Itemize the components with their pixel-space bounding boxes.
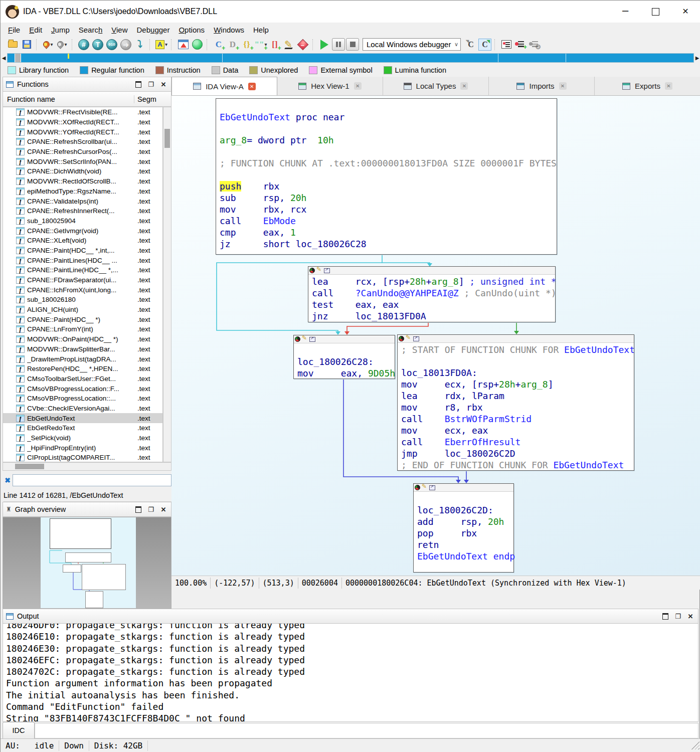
demangle-window-button[interactable] <box>177 39 190 51</box>
make-string-button[interactable]: "" <box>254 39 267 51</box>
menu-windows[interactable]: Windows <box>209 24 249 36</box>
table-row[interactable]: fCVbe::CheckIEVersionAgai....text <box>3 404 162 414</box>
table-row[interactable]: fCPANE::LnFromY(int).text <box>3 324 162 334</box>
functions-vertical-scrollbar[interactable] <box>163 107 171 462</box>
table-row[interactable]: fCMsoVBProgressLocation::....text <box>3 394 162 404</box>
table-row[interactable]: f_HpiFindPropEntry(int).text <box>3 443 162 453</box>
panel-restore-button[interactable] <box>661 612 670 620</box>
functions-horizontal-scrollbar[interactable] <box>3 462 171 471</box>
make-struct-button[interactable]: {} <box>240 39 253 51</box>
node-frame-icon[interactable] <box>413 336 419 341</box>
tab-close-icon[interactable] <box>665 82 672 90</box>
maximize-button[interactable] <box>640 1 670 23</box>
graph-view-canvas[interactable]: EbGetUndoText proc near arg_8= dword ptr… <box>171 96 700 576</box>
table-row[interactable]: fCPANE::FDrawSeparator(ui....text <box>3 275 162 285</box>
node-chunk[interactable]: ; START OF FUNCTION CHUNK FOR EbGetUndoT… <box>397 334 634 471</box>
table-row[interactable]: fsub_180025904.text <box>3 216 162 226</box>
menu-search[interactable]: Search <box>74 24 107 36</box>
scrollbar-thumb[interactable] <box>164 129 170 148</box>
table-row[interactable]: fMODVWR::XOfRectId(RECT....text <box>3 117 162 127</box>
node-color-ball-icon[interactable] <box>309 268 315 273</box>
panel-float-button[interactable] <box>146 80 155 88</box>
table-row[interactable]: fEbGetRedoText.text <box>3 423 162 433</box>
minimize-button[interactable] <box>610 1 640 23</box>
table-row[interactable]: fepiMethodType::RgszName....text <box>3 186 162 197</box>
menu-help[interactable]: Help <box>249 24 273 36</box>
breakpoint-list-button[interactable] <box>500 39 513 51</box>
table-row[interactable]: fCIPropList(tagCOMPAREIT....text <box>3 453 162 462</box>
table-row[interactable]: fMODVWR::RectIdOfScrollB....text <box>3 176 162 186</box>
text-view-button[interactable]: T <box>91 39 104 51</box>
tab-close-icon[interactable] <box>354 82 362 90</box>
tab-close-icon[interactable] <box>248 83 256 90</box>
node-entry[interactable]: EbGetUndoText proc near arg_8= dword ptr… <box>216 98 557 255</box>
node-frame-icon[interactable] <box>309 337 315 342</box>
table-row[interactable]: fCPANE::IchFromX(uint,long....text <box>3 285 162 295</box>
ascii-string-button[interactable]: A <box>155 39 168 51</box>
menu-options[interactable]: Options <box>174 24 209 36</box>
table-row[interactable]: fCPANE::ValidateIps(int).text <box>3 196 162 206</box>
idc-language-tab[interactable]: IDC <box>3 722 35 738</box>
navband-right-arrow[interactable]: ▶ <box>694 55 700 61</box>
navigate-forward-button[interactable] <box>56 39 69 51</box>
panel-close-button[interactable] <box>686 612 695 620</box>
table-row[interactable]: fCPANE::RefreshCursorPos(....text <box>3 147 162 157</box>
node-frame-icon[interactable] <box>324 268 330 273</box>
goto-button-disabled[interactable]: ➜ <box>119 39 132 51</box>
number-view-button[interactable]: # <box>77 39 90 51</box>
debugger-start-button[interactable] <box>318 39 331 51</box>
table-row[interactable]: fMODVWR::YOfRectId(RECT....text <box>3 127 162 137</box>
table-row[interactable]: fCPANE::PaintLine(HDC__ *,....text <box>3 265 162 275</box>
navigate-back-button[interactable] <box>42 39 55 51</box>
node-edit-icon[interactable] <box>302 336 308 342</box>
edit-breakpoint-button[interactable]: ⚙ <box>528 39 541 51</box>
table-row[interactable]: fCPANE::XLeft(void).text <box>3 236 162 246</box>
undefine-button[interactable] <box>296 39 309 51</box>
table-row[interactable]: fMODVWR::FRectVisible(RE....text <box>3 107 162 117</box>
functions-list[interactable]: fMODVWR::FRectVisible(RE....textfMODVWR:… <box>3 107 163 462</box>
output-log[interactable]: 180246DF0: propagate_stkargs: function i… <box>3 624 698 722</box>
navband-left-arrow[interactable]: ◀ <box>1 55 7 61</box>
tab-close-icon[interactable] <box>559 82 567 90</box>
table-row[interactable]: fCPANE::RefreshInnerRect(....text <box>3 206 162 216</box>
tab-imports[interactable]: Imports <box>489 77 595 95</box>
panel-close-button[interactable] <box>159 505 168 513</box>
panel-restore-button[interactable] <box>134 505 143 513</box>
functions-column-headers[interactable]: Function name Segm <box>3 92 171 107</box>
run-until-return-button[interactable]: C <box>478 39 491 51</box>
open-file-button[interactable] <box>6 39 19 51</box>
table-row[interactable]: fCMsoVBProgressLocation::F....text <box>3 384 162 394</box>
tab-hex-view-1[interactable]: Hex View-1 <box>277 77 383 95</box>
close-button[interactable] <box>670 1 700 23</box>
node-color-ball-icon[interactable] <box>415 485 420 490</box>
binary-view-button[interactable]: 010 <box>105 39 118 51</box>
idc-command-input[interactable] <box>35 723 698 738</box>
node-edit-icon[interactable] <box>316 268 322 274</box>
step-until-call-button[interactable]: C <box>464 39 477 51</box>
table-row[interactable]: fsub_180026180.text <box>3 295 162 305</box>
make-data-button[interactable]: D <box>226 39 239 51</box>
node-exit[interactable]: loc_180026C2D:add rsp, 20hpop rbxretnEbG… <box>413 483 514 573</box>
table-row[interactable]: fCPANE::DichWidth(void).text <box>3 166 162 176</box>
tab-local-types[interactable]: Local Types <box>383 77 489 95</box>
functions-filter-input[interactable] <box>13 474 171 486</box>
make-code-button[interactable]: C <box>212 39 225 51</box>
menu-file[interactable]: File <box>4 24 25 36</box>
node-color-ball-icon[interactable] <box>399 336 404 341</box>
save-button[interactable] <box>20 39 33 51</box>
column-function-name[interactable]: Function name <box>3 95 134 103</box>
node-frame-icon[interactable] <box>429 485 435 490</box>
table-row[interactable]: fCMsoToolbarSetUser::FGet....text <box>3 374 162 384</box>
add-breakpoint-button[interactable]: + <box>514 39 527 51</box>
node-color-ball-icon[interactable] <box>295 336 300 342</box>
node-canundo[interactable]: lea rcx, [rsp+28h+arg_8] ; unsigned int … <box>308 266 556 322</box>
graph-overview-thumbnail[interactable] <box>3 517 171 609</box>
panel-float-button[interactable] <box>673 612 682 620</box>
menu-edit[interactable]: Edit <box>25 24 47 36</box>
table-row[interactable]: fALIGN_ICH(uint).text <box>3 305 162 315</box>
menu-debugger[interactable]: Debugger <box>132 24 174 36</box>
table-row[interactable]: fMODVWR::SetScrlInfo(PAN....text <box>3 156 162 166</box>
make-array-button[interactable]: [] <box>268 39 281 51</box>
tab-close-icon[interactable] <box>460 82 468 90</box>
scrollbar-thumb[interactable] <box>15 464 44 469</box>
